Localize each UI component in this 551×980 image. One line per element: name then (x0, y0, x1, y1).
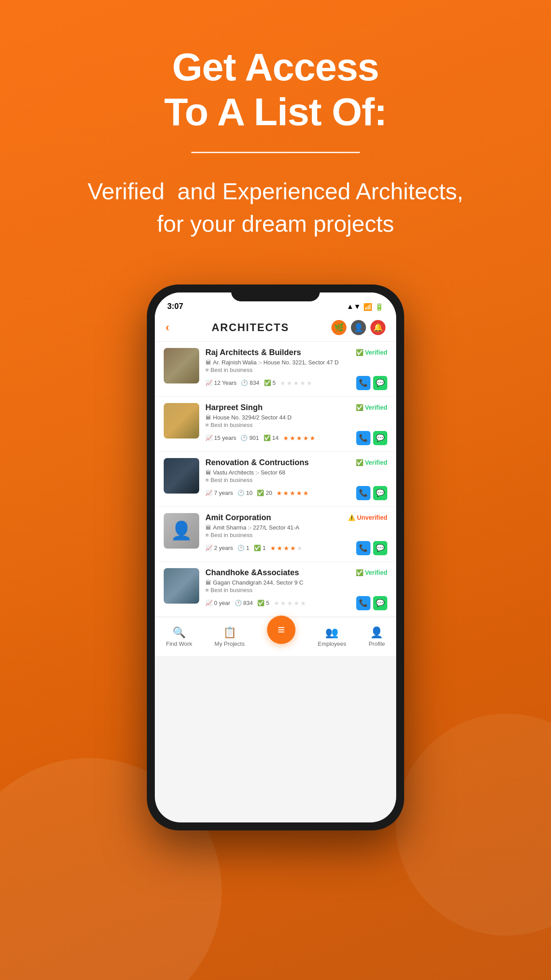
title-line2: To A List Of: (164, 90, 387, 134)
header-icons: 🌿 👤 🔔 (331, 320, 386, 335)
table-row[interactable]: Renovation & Contructions ✅ Verified 🏛 V… (155, 452, 396, 507)
contact-btns-4: 📞 💬 (356, 541, 387, 555)
whatsapp-btn-3[interactable]: 💬 (373, 486, 387, 500)
years-stat-5: 📈 0 year (205, 600, 230, 606)
architect-name-2: Harpreet Singh (205, 403, 263, 412)
architect-stats-2: 📈 15 years 🕐 901 ✅ 14 ★ ★ ★ ★ ★ (205, 431, 387, 445)
architect-image-2 (164, 403, 199, 439)
table-row[interactable]: Chandhoke &Associates ✅ Verified 🏛 Gagan… (155, 562, 396, 617)
contact-btns-5: 📞 💬 (356, 596, 387, 610)
whatsapp-btn-4[interactable]: 💬 (373, 541, 387, 555)
verified-badge-1: ✅ Verified (356, 349, 387, 356)
building-image-5 (164, 568, 199, 604)
nav-label-my-projects: My Projects (215, 640, 245, 647)
table-row[interactable]: Harpreet Singh ✅ Verified 🏛 House No. 32… (155, 397, 396, 452)
views-stat-5: 🕐 834 (235, 600, 253, 606)
architect-info-5: Chandhoke &Associates ✅ Verified 🏛 Gagan… (205, 568, 387, 610)
verified-badge-3: ✅ Verified (356, 459, 387, 466)
phone-btn-4[interactable]: 📞 (356, 541, 370, 555)
phone-btn-3[interactable]: 📞 (356, 486, 370, 500)
main-title: Get Access To A List Of: (0, 44, 551, 134)
screen-title: ARCHITECTS (212, 321, 289, 334)
header-section: Get Access To A List Of: Verified and Ex… (0, 0, 551, 258)
back-button[interactable]: ‹ (165, 320, 169, 334)
architect-info-3: Renovation & Contructions ✅ Verified 🏛 V… (205, 458, 387, 500)
years-stat-3: 📈 7 years (205, 490, 233, 496)
whatsapp-btn-2[interactable]: 💬 (373, 431, 387, 445)
views-stat-2: 🕐 901 (240, 435, 259, 441)
architect-image-3 (164, 458, 199, 494)
location-icon-5: 🏛 (205, 579, 211, 586)
phone-btn-1[interactable]: 📞 (356, 376, 370, 390)
architect-address-4: 🏛 Amit Sharma :- 227/L Sector 41-A (205, 524, 387, 531)
nav-item-my-projects[interactable]: 📋 My Projects (215, 626, 245, 647)
architect-stats-1: 📈 12 Years 🕐 834 ✅ 5 ★ ★ ★ ★ ★ (205, 376, 387, 390)
location-icon: 🏛 (205, 359, 211, 366)
card-top-4: Amit Corporation ⚠️ Unverified (205, 513, 387, 522)
list-icon-4: ≡ (205, 532, 209, 538)
architect-name-4: Amit Corporation (205, 513, 271, 522)
card-top-1: Raj Architects & Builders ✅ Verified (205, 348, 387, 357)
nav-item-profile[interactable]: 👤 Profile (369, 626, 385, 647)
status-icons: ▲▼ 📶 🔋 (346, 303, 384, 311)
phone-screen: 3:07 ▲▼ 📶 🔋 ‹ ARCHITECTS 🌿 👤 🔔 (155, 292, 396, 822)
jobs-stat-1: ✅ 5 (264, 379, 276, 386)
plant-icon[interactable]: 🌿 (331, 320, 346, 335)
phone-btn-2[interactable]: 📞 (356, 431, 370, 445)
verified-badge-5: ✅ Verified (356, 569, 387, 576)
nav-item-find-work[interactable]: 🔍 Find Work (166, 626, 192, 647)
jobs-stat-4: ✅ 1 (254, 545, 266, 551)
whatsapp-btn-5[interactable]: 💬 (373, 596, 387, 610)
years-stat-1: 📈 12 Years (205, 379, 236, 386)
profile-icon: 👤 (370, 626, 383, 639)
years-stat-2: 📈 15 years (205, 435, 236, 441)
architect-info-4: Amit Corporation ⚠️ Unverified 🏛 Amit Sh… (205, 513, 387, 555)
wifi-icon: ▲▼ (346, 303, 361, 311)
architect-address-3: 🏛 Vastu Architects :- Sector 68 (205, 469, 387, 476)
app-header: ‹ ARCHITECTS 🌿 👤 🔔 (155, 314, 396, 342)
jobs-stat-3: ✅ 20 (257, 490, 272, 496)
architect-info-1: Raj Architects & Builders ✅ Verified 🏛 A… (205, 348, 387, 390)
list-icon-2: ≡ (205, 422, 209, 428)
notification-icon[interactable]: 🔔 (370, 320, 386, 335)
employees-icon: 👥 (325, 626, 338, 639)
architect-address-5: 🏛 Gagan Chandigrah 244, Sector 9 C (205, 579, 387, 586)
views-stat-4: 🕐 1 (237, 545, 249, 551)
location-icon-4: 🏛 (205, 524, 211, 531)
search-icon: 🔍 (173, 626, 186, 639)
contact-btns-3: 📞 💬 (356, 486, 387, 500)
views-stat-3: 🕐 10 (237, 490, 252, 496)
phone-btn-5[interactable]: 📞 (356, 596, 370, 610)
jobs-stat-5: ✅ 5 (257, 600, 269, 606)
architect-desc-3: ≡ Best in business (205, 477, 387, 483)
building-image-2 (164, 403, 199, 439)
table-row[interactable]: 👤 Amit Corporation ⚠️ Unverified 🏛 Amit … (155, 507, 396, 562)
nav-label-employees: Employees (318, 640, 346, 647)
nav-label-profile: Profile (369, 640, 385, 647)
architect-image-1 (164, 348, 199, 383)
nav-center-button[interactable]: ≡ (267, 616, 295, 644)
architect-stats-4: 📈 2 years 🕐 1 ✅ 1 ★ ★ ★ ★ ★ � (205, 541, 387, 555)
stars-1: ★ ★ ★ ★ ★ (280, 379, 312, 387)
signal-icon: 📶 (363, 303, 372, 311)
nav-label-find-work: Find Work (166, 640, 192, 647)
architect-desc-4: ≡ Best in business (205, 532, 387, 538)
views-stat-1: 🕐 834 (241, 379, 259, 386)
architect-address-1: 🏛 Ar. Rajnish Walia :- House No. 3221, S… (205, 359, 387, 366)
location-icon-3: 🏛 (205, 469, 211, 476)
table-row[interactable]: Raj Architects & Builders ✅ Verified 🏛 A… (155, 342, 396, 397)
architect-stats-3: 📈 7 years 🕐 10 ✅ 20 ★ ★ ★ ★ ★ (205, 486, 387, 500)
building-image-1 (164, 348, 199, 383)
status-time: 3:07 (167, 302, 183, 311)
years-stat-4: 📈 2 years (205, 545, 233, 551)
title-line1: Get Access (172, 45, 379, 89)
architect-desc-2: ≡ Best in business (205, 422, 387, 428)
phone-mockup: 3:07 ▲▼ 📶 🔋 ‹ ARCHITECTS 🌿 👤 🔔 (147, 285, 404, 830)
stars-5: ★ ★ ★ ★ ★ (274, 600, 306, 607)
contact-btns-1: 📞 💬 (356, 376, 387, 390)
nav-item-employees[interactable]: 👥 Employees (318, 626, 346, 647)
whatsapp-btn-1[interactable]: 💬 (373, 376, 387, 390)
list-icon: ≡ (205, 367, 209, 373)
user-icon[interactable]: 👤 (351, 320, 366, 335)
card-top-3: Renovation & Contructions ✅ Verified (205, 458, 387, 467)
